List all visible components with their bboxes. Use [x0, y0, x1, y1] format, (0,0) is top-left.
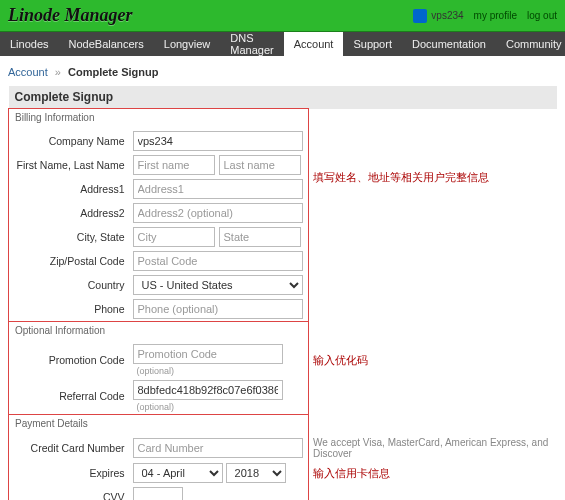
content: Account » Complete Signup Complete Signu… — [0, 56, 565, 500]
label-phone: Phone — [9, 297, 129, 322]
label-zip: Zip/Postal Code — [9, 249, 129, 273]
promo-input[interactable] — [133, 344, 283, 364]
section-billing: Billing Information — [9, 109, 309, 130]
referral-input[interactable] — [133, 380, 283, 400]
label-expires: Expires — [9, 461, 129, 485]
cvv-input[interactable] — [133, 487, 183, 500]
section-payment: Payment Details — [9, 415, 309, 436]
logo: Linode Manager — [8, 5, 133, 26]
nav-linodes[interactable]: Linodes — [0, 32, 59, 56]
company-input[interactable] — [133, 131, 303, 151]
exp-month-select[interactable]: 04 - April — [133, 463, 223, 483]
breadcrumb-sep: » — [55, 66, 61, 78]
nav-support[interactable]: Support — [343, 32, 402, 56]
breadcrumb: Account » Complete Signup — [8, 66, 557, 78]
label-cvv: CVV — [9, 485, 129, 500]
note-payment-red: 输入信用卡信息 — [309, 461, 558, 485]
note-payment-accept: We accept Visa, MasterCard, American Exp… — [309, 435, 558, 461]
label-name: First Name, Last Name — [9, 153, 129, 177]
my-profile-link[interactable]: my profile — [474, 10, 517, 21]
user-icon — [413, 9, 427, 23]
address1-input[interactable] — [133, 179, 303, 199]
first-name-input[interactable] — [133, 155, 215, 175]
optional-tag-2: (optional) — [137, 402, 175, 412]
label-promo: Promotion Code — [9, 342, 129, 378]
breadcrumb-root[interactable]: Account — [8, 66, 48, 78]
note-billing: 填写姓名、地址等相关用户完整信息 — [309, 129, 558, 225]
label-addr2: Address2 — [9, 201, 129, 225]
address2-input[interactable] — [133, 203, 303, 223]
label-cc: Credit Card Number — [9, 435, 129, 461]
label-country: Country — [9, 273, 129, 297]
last-name-input[interactable] — [219, 155, 301, 175]
username: vps234 — [431, 10, 463, 21]
exp-year-select[interactable]: 2018 — [226, 463, 286, 483]
main-nav: Linodes NodeBalancers Longview DNS Manag… — [0, 32, 565, 56]
country-select[interactable]: US - United States — [133, 275, 303, 295]
signup-form: Complete Signup Billing Information Comp… — [8, 86, 557, 500]
cc-input[interactable] — [133, 438, 303, 458]
log-out-link[interactable]: log out — [527, 10, 557, 21]
section-optional: Optional Information — [9, 322, 309, 343]
label-citystate: City, State — [9, 225, 129, 249]
label-referral: Referral Code — [9, 378, 129, 415]
optional-tag-1: (optional) — [137, 366, 175, 376]
note-promo: 输入优化码 — [309, 342, 558, 378]
header-right: vps234 my profile log out — [413, 9, 557, 23]
nav-documentation[interactable]: Documentation — [402, 32, 496, 56]
nav-nodebalancers[interactable]: NodeBalancers — [59, 32, 154, 56]
section-main-header: Complete Signup — [9, 86, 558, 109]
app-header: Linode Manager vps234 my profile log out — [0, 0, 565, 32]
nav-account[interactable]: Account — [284, 32, 344, 56]
nav-community[interactable]: Community — [496, 32, 565, 56]
state-input[interactable] — [219, 227, 301, 247]
zip-input[interactable] — [133, 251, 303, 271]
label-addr1: Address1 — [9, 177, 129, 201]
user-badge[interactable]: vps234 — [413, 9, 463, 23]
nav-dnsmanager[interactable]: DNS Manager — [220, 32, 283, 56]
nav-longview[interactable]: Longview — [154, 32, 220, 56]
breadcrumb-current: Complete Signup — [68, 66, 158, 78]
city-input[interactable] — [133, 227, 215, 247]
label-company: Company Name — [9, 129, 129, 153]
phone-input[interactable] — [133, 299, 303, 319]
